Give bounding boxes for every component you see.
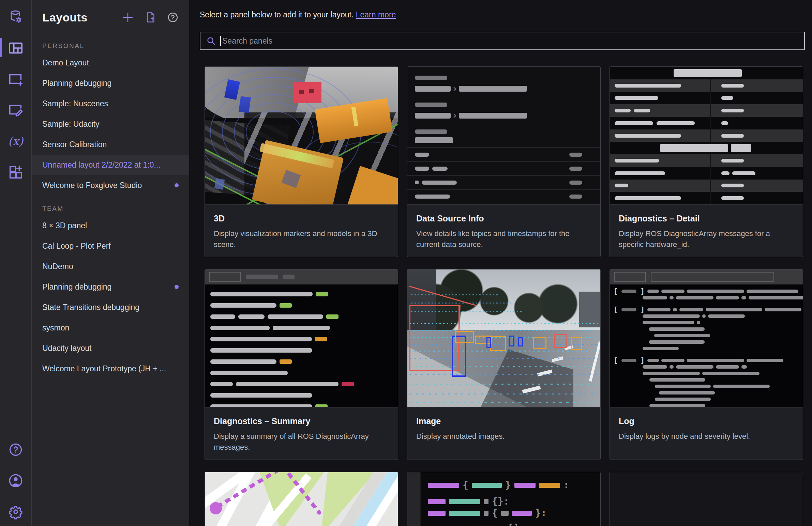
thumbnail-raw-messages: {}: {}: {}: []: <box>407 472 600 526</box>
add-panel-icon[interactable] <box>8 71 24 87</box>
panel-card-diagnostics-detail[interactable]: Diagnostics – Detail Display ROS Diagnos… <box>609 66 803 257</box>
panel-card-log[interactable]: [] [] [] <box>609 269 803 460</box>
layouts-help-icon[interactable] <box>166 10 180 25</box>
thumbnail-diagnostics-summary <box>205 269 398 407</box>
orange-bounding-box <box>455 331 474 343</box>
card-title: Data Source Info <box>416 214 592 224</box>
layouts-icon[interactable] <box>8 40 24 56</box>
panel-card-empty[interactable] <box>609 472 803 526</box>
panel-catalog: Select a panel below to add it to your l… <box>190 0 812 526</box>
text-caret <box>220 36 221 46</box>
card-title: Log <box>619 416 794 426</box>
thumbnail-empty <box>610 472 803 526</box>
account-icon[interactable] <box>8 472 24 489</box>
card-description: Display annotated images. <box>416 431 592 442</box>
unsaved-dot <box>175 285 179 289</box>
card-title: 3D <box>214 214 389 224</box>
panel-card-image[interactable]: Image Display annotated images. <box>407 269 601 460</box>
layout-item-selected[interactable]: Unnamed layout 2/2/2022 at 1:0... <box>32 155 189 175</box>
thumbnail-diagnostics-detail <box>610 67 803 205</box>
layout-item[interactable]: Sample: Udacity <box>32 114 189 134</box>
card-title: Diagnostics – Detail <box>619 214 794 224</box>
thumbnail-data-source-info: › › <box>407 67 600 205</box>
learn-more-link[interactable]: Learn more <box>356 10 396 19</box>
thumbnail-log: [] [] [] <box>610 269 803 407</box>
panel-grid: 3D Display visualization markers and mod… <box>204 66 803 526</box>
panel-card-data-source-info[interactable]: › › Data Source Info View details like t… <box>407 66 601 257</box>
panel-search[interactable] <box>200 32 805 50</box>
panel-card-raw-messages[interactable]: {}: {}: {}: []: <box>407 472 601 526</box>
active-tab-indicator <box>0 38 2 57</box>
instruction-text: Select a panel below to add it to your l… <box>200 10 396 19</box>
layout-item[interactable]: NuDemo <box>32 256 189 276</box>
card-title: Diagnostics – Summary <box>214 416 389 426</box>
data-source-settings-icon[interactable] <box>8 9 24 25</box>
edit-layout-icon[interactable] <box>8 102 24 118</box>
skeleton-table <box>407 147 600 205</box>
section-label-team: TEAM <box>32 202 189 215</box>
import-layout-button[interactable] <box>143 10 158 25</box>
layout-item[interactable]: Welcome Layout Prototype (JH + ... <box>32 358 189 379</box>
section-label-personal: PERSONAL <box>32 40 189 52</box>
unsaved-dot <box>175 183 179 187</box>
layout-item[interactable]: 8 × 3D panel <box>32 215 189 236</box>
thumbnail-map <box>205 472 398 526</box>
layout-item[interactable]: Planning debugging <box>32 73 189 93</box>
sidebar-title: Layouts <box>42 11 121 24</box>
panel-card-map[interactable] <box>204 472 398 526</box>
layout-item[interactable]: Sensor Calibration <box>32 134 189 155</box>
card-description: Display logs by node and severity level. <box>619 431 794 442</box>
map-position-dot <box>209 502 222 514</box>
layout-item[interactable]: Welcome to Foxglove Studio <box>32 175 189 196</box>
layout-item[interactable]: Planning debugging <box>32 276 189 297</box>
variables-icon[interactable]: (x) <box>8 133 24 149</box>
panel-card-3d[interactable]: 3D Display visualization markers and mod… <box>204 66 398 257</box>
layout-item[interactable]: State Transitions debugging <box>32 297 189 317</box>
extensions-icon[interactable] <box>8 164 24 180</box>
card-description: Display visualization markers and models… <box>214 228 389 250</box>
search-icon <box>206 36 216 46</box>
help-icon[interactable] <box>8 441 24 458</box>
card-description: Display a summary of all ROS DiagnosticA… <box>214 431 389 453</box>
red-marker-box <box>294 82 321 103</box>
card-title: Image <box>416 416 592 426</box>
layout-item[interactable]: sysmon <box>32 317 189 338</box>
card-description: View details like topics and timestamps … <box>416 228 592 250</box>
settings-icon[interactable] <box>8 504 24 520</box>
layout-item[interactable]: Sample: Nuscenes <box>32 93 189 114</box>
layout-item[interactable]: Demo Layout <box>32 52 189 73</box>
thumbnail-image <box>407 269 600 407</box>
layouts-sidebar: Layouts <box>32 0 189 526</box>
new-layout-button[interactable] <box>121 10 135 25</box>
layout-item[interactable]: Udacity layout <box>32 338 189 358</box>
thumbnail-3d <box>205 67 398 205</box>
layout-item[interactable]: Cal Loop - Plot Perf <box>32 236 189 256</box>
card-description: Display ROS DiagnosticArray messages for… <box>619 228 794 250</box>
search-input[interactable] <box>221 36 804 46</box>
panel-card-diagnostics-summary[interactable]: Diagnostics – Summary Display a summary … <box>204 269 398 460</box>
icon-rail: (x) <box>0 0 32 526</box>
